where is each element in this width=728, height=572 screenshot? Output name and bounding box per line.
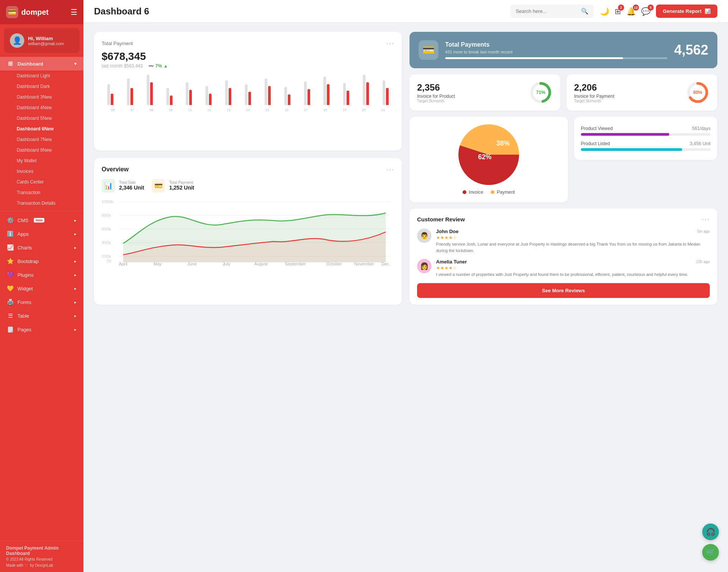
badge-new-6: New (44, 126, 54, 132)
red-bar (111, 94, 113, 105)
dashboard-label: Dashboard (17, 61, 43, 67)
cms-label: CMS (17, 218, 28, 223)
sidebar-item-table[interactable]: ☰ Table ▸ (0, 309, 83, 323)
sidebar-item-invoices[interactable]: Invoices (0, 166, 83, 177)
bar-x-label: 19 (335, 108, 354, 112)
dashboard-dark-label: Dashboard Dark (17, 84, 50, 89)
payment-dot (491, 190, 494, 194)
more-options-dots[interactable]: ··· (386, 39, 394, 47)
widget-icon: 💛 (7, 285, 14, 292)
sale-info: Total Sale 2,346 Unit (119, 180, 144, 191)
apps-button[interactable]: ⊞ 2 (615, 7, 621, 16)
charts-label: Charts (17, 245, 32, 251)
sidebar-item-charts[interactable]: 📈 Charts ▸ (0, 241, 83, 254)
pie-card: 62% 38% Invoice Payment (410, 117, 568, 202)
message-badge: 5 (648, 5, 654, 11)
hamburger-icon[interactable]: ☰ (71, 8, 77, 17)
plugins-label: Plugins (17, 272, 34, 278)
sidebar-item-dashboard-5[interactable]: Dashboard 5 New (0, 113, 83, 124)
sidebar-item-dashboard[interactable]: ⊞ Dashboard ▾ (0, 57, 83, 71)
banner-progress-bar (445, 57, 667, 59)
bar-labels: 060708091112131415161718192021 (102, 108, 394, 112)
metric-label: Product Viewed (581, 126, 613, 131)
sidebar-item-widget[interactable]: 💛 Widget ▸ (0, 282, 83, 295)
bar-pair (284, 87, 290, 105)
search-input[interactable] (516, 8, 578, 14)
main-content: Dashboard 6 🔍 🌙 ⊞ 2 🔔 12 💬 5 Generate R (83, 0, 728, 572)
user-info: Hi, William william@gmail.com (28, 36, 64, 46)
bootstrap-icon: ⭐ (7, 258, 14, 265)
sale-value: 2,346 Unit (119, 185, 144, 191)
sidebar-item-my-wallet[interactable]: My Wallet (0, 155, 83, 166)
svg-text:1000k: 1000k (102, 199, 114, 204)
review-text-1: Friendly service Josh, Lunar and everyon… (436, 241, 710, 254)
plugins-arrow-icon: ▸ (74, 273, 77, 277)
red-bar (347, 91, 349, 105)
invoice-product-card: 2,356 Invoice for Product Target 3k/mont… (410, 74, 560, 111)
sidebar-item-dashboard-dark[interactable]: Dashboard Dark (0, 81, 83, 92)
bar-pair (363, 75, 369, 105)
footer-made: Made with ❤️ by DexignLab (6, 563, 77, 567)
payment-stat-label: Total Payment (169, 180, 194, 185)
gray-bar (363, 75, 366, 105)
sidebar-item-dashboard-8[interactable]: Dashboard 8 New (0, 145, 83, 155)
user-profile[interactable]: 👤 Hi, William william@gmail.com (4, 28, 80, 53)
pages-icon: 🗒️ (7, 326, 14, 333)
review-more-dots[interactable]: ··· (702, 215, 710, 223)
gray-bar (186, 82, 188, 105)
sidebar-item-pages[interactable]: 🗒️ Pages ▸ (0, 323, 83, 336)
sidebar-item-cards-center[interactable]: Cards Center (0, 177, 83, 187)
review-item-1: 👨 John Doe 5m ago ★★★★☆ Friendly service… (417, 229, 710, 254)
pages-label: Pages (17, 327, 31, 332)
sidebar-item-apps[interactable]: ℹ️ Apps ▸ (0, 227, 83, 241)
metric-fill (581, 133, 669, 136)
invoice-payment-label: Invoice for Payment (574, 94, 680, 99)
cart-float-button[interactable]: 🛒 (702, 544, 719, 561)
sidebar-item-transaction[interactable]: Transaction (0, 187, 83, 198)
bar-x-label: 17 (296, 108, 315, 112)
banner-title: Total Payments (445, 41, 667, 48)
notifications-button[interactable]: 🔔 12 (626, 7, 636, 16)
generate-report-button[interactable]: Generate Report 📊 (656, 5, 717, 18)
plugins-icon: 💜 (7, 271, 14, 278)
cms-arrow-icon: ▸ (74, 218, 77, 223)
bar-pair (225, 80, 231, 105)
red-bar (150, 82, 153, 105)
support-float-button[interactable]: 🎧 (702, 523, 719, 540)
svg-text:August: August (254, 262, 267, 266)
sidebar-item-dashboard-4[interactable]: Dashboard 4 New (0, 102, 83, 113)
svg-text:400k: 400k (102, 240, 111, 244)
sidebar-item-cms[interactable]: ⚙️ CMS New ▸ (0, 213, 83, 227)
sidebar-item-forms[interactable]: 🖨️ Forms ▸ (0, 295, 83, 309)
sidebar-item-dashboard-3[interactable]: Dashboard 3 New (0, 92, 83, 102)
dark-mode-toggle[interactable]: 🌙 (600, 7, 609, 16)
red-bar (209, 94, 212, 105)
overview-more-dots[interactable]: ··· (386, 166, 394, 174)
sidebar-item-dashboard-light[interactable]: Dashboard Light (0, 71, 83, 81)
last-month-text: last month $563,443 (102, 63, 143, 69)
search-box[interactable]: 🔍 (510, 5, 594, 18)
gray-bar (265, 78, 267, 105)
sidebar-item-transaction-details[interactable]: Transaction Details (0, 198, 83, 208)
gray-bar (127, 78, 130, 105)
gray-bar (343, 83, 346, 105)
bootstrap-arrow-icon: ▸ (74, 259, 77, 264)
bar-group (239, 84, 257, 105)
messages-button[interactable]: 💬 5 (641, 7, 651, 16)
sidebar-item-dashboard-7[interactable]: Dashboard 7 New (0, 134, 83, 145)
see-more-reviews-button[interactable]: See More Reviews (417, 283, 710, 298)
badge-new-7: New (43, 137, 52, 142)
gray-bar (284, 87, 287, 105)
sidebar-item-dashboard-6[interactable]: Dashboard 6 New (0, 124, 83, 134)
user-email: william@gmail.com (28, 41, 64, 46)
sidebar-item-bootstrap[interactable]: ⭐ Bootstrap ▸ (0, 254, 83, 268)
review-time-1: 5m ago (697, 229, 710, 234)
red-bar (366, 82, 369, 105)
svg-text:38%: 38% (496, 139, 510, 147)
cms-icon: ⚙️ (7, 217, 14, 224)
bar-x-label: 20 (354, 108, 373, 112)
sidebar-item-plugins[interactable]: 💜 Plugins ▸ (0, 268, 83, 282)
payment-legend-label: Payment (497, 190, 515, 195)
bar-x-label: 08 (142, 108, 161, 112)
apps-label: Apps (17, 231, 29, 237)
